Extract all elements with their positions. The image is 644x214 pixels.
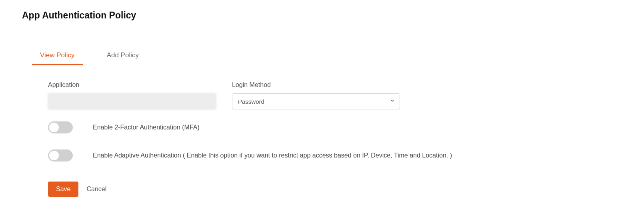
login-method-field-group: Login Method Password <box>232 81 400 109</box>
toggle-mfa[interactable] <box>48 121 73 133</box>
application-label: Application <box>48 81 216 89</box>
login-method-value: Password <box>238 98 264 105</box>
toggle-row-mfa: Enable 2-Factor Authentication (MFA) <box>48 121 604 133</box>
form-body: Application Login Method Password <box>32 65 612 213</box>
application-field-group: Application <box>48 81 216 109</box>
page-title: App Authentication Policy <box>22 10 632 21</box>
cancel-button[interactable]: Cancel <box>86 186 106 193</box>
login-method-select[interactable]: Password <box>232 93 400 109</box>
toggle-mfa-knob <box>49 123 59 132</box>
tab-view-policy[interactable]: View Policy <box>32 47 83 65</box>
toggle-row-adaptive: Enable Adaptive Authentication ( Enable … <box>48 149 604 162</box>
toggle-adaptive-label: Enable Adaptive Authentication ( Enable … <box>93 152 452 159</box>
save-button[interactable]: Save <box>48 182 78 197</box>
toggle-adaptive-knob <box>49 151 59 160</box>
login-method-label: Login Method <box>232 81 400 89</box>
tab-add-policy[interactable]: Add Policy <box>99 47 147 65</box>
page-header: App Authentication Policy <box>0 0 644 29</box>
toggle-mfa-label: Enable 2-Factor Authentication (MFA) <box>93 124 200 131</box>
application-input[interactable] <box>48 93 216 109</box>
bottom-divider <box>0 213 644 213</box>
field-row-main: Application Login Method Password <box>48 81 604 109</box>
toggle-adaptive[interactable] <box>48 149 73 162</box>
content-area: View Policy Add Policy Application Login… <box>0 47 644 213</box>
tab-bar: View Policy Add Policy <box>32 47 612 65</box>
login-method-select-wrap: Password <box>232 93 400 109</box>
button-row: Save Cancel <box>48 182 604 197</box>
